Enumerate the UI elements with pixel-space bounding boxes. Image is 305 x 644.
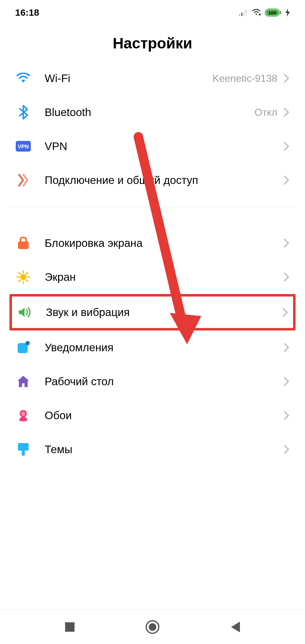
settings-row-themes[interactable]: Темы xyxy=(9,432,296,466)
chevron-right-icon xyxy=(284,175,289,185)
signal-icon xyxy=(239,9,248,16)
status-time: 16:18 xyxy=(15,7,39,18)
svg-point-12 xyxy=(20,274,26,280)
svg-rect-28 xyxy=(65,622,75,632)
row-label: Рабочий стол xyxy=(45,375,284,388)
svg-point-4 xyxy=(259,14,261,15)
settings-row-wifi[interactable]: Wi-Fi Keenetic-9138 xyxy=(9,61,296,95)
chevron-right-icon xyxy=(284,272,289,282)
row-value: Keenetic-9138 xyxy=(213,73,277,84)
lock-icon xyxy=(16,236,31,251)
nav-home-button[interactable] xyxy=(145,619,160,635)
status-bar: 16:18 100 xyxy=(0,0,305,22)
chevron-right-icon xyxy=(284,377,289,386)
page-title: Настройки xyxy=(0,22,305,61)
settings-group-2: Блокировка экрана Экран xyxy=(0,226,305,466)
tethering-icon xyxy=(16,173,31,188)
settings-row-vpn[interactable]: VPN VPN xyxy=(9,129,296,163)
chevron-right-icon xyxy=(284,238,289,248)
notifications-icon xyxy=(16,340,31,355)
row-label: Уведомления xyxy=(45,341,284,354)
svg-line-17 xyxy=(19,273,20,274)
bluetooth-icon xyxy=(16,105,31,120)
settings-row-homescreen[interactable]: Рабочий стол xyxy=(9,364,296,398)
settings-row-lockscreen[interactable]: Блокировка экрана xyxy=(9,226,296,260)
nav-back-button[interactable] xyxy=(227,619,243,635)
svg-rect-11 xyxy=(18,242,29,249)
wifi-status-icon xyxy=(252,9,261,16)
themes-icon xyxy=(16,442,31,457)
chevron-right-icon xyxy=(284,142,289,151)
svg-line-18 xyxy=(26,280,28,281)
settings-row-notifications[interactable]: Уведомления xyxy=(9,330,296,364)
svg-rect-24 xyxy=(18,443,29,451)
settings-row-wallpaper[interactable]: Обои xyxy=(9,398,296,432)
svg-rect-3 xyxy=(246,9,247,16)
row-label: Bluetooth xyxy=(45,106,254,119)
row-label: Экран xyxy=(45,271,284,283)
home-icon xyxy=(16,374,31,389)
svg-rect-0 xyxy=(239,14,240,16)
row-label: Wi-Fi xyxy=(45,72,213,85)
row-label: Подключение и общий доступ xyxy=(45,174,284,186)
chevron-right-icon xyxy=(284,108,289,117)
sound-icon xyxy=(17,305,32,320)
chevron-right-icon xyxy=(282,308,288,317)
svg-rect-1 xyxy=(241,13,242,16)
svg-point-23 xyxy=(21,412,25,416)
brightness-icon xyxy=(16,269,31,285)
section-divider xyxy=(9,207,296,207)
battery-icon: 100 xyxy=(265,8,282,17)
svg-rect-2 xyxy=(243,11,245,16)
nav-recents-button[interactable] xyxy=(62,619,78,635)
wifi-icon xyxy=(16,71,31,86)
row-label: Темы xyxy=(45,443,284,456)
settings-row-bluetooth[interactable]: Bluetooth Откл xyxy=(9,95,296,129)
status-icons: 100 xyxy=(239,8,290,17)
row-label: Блокировка экрана xyxy=(45,237,284,249)
svg-rect-8 xyxy=(280,11,281,14)
settings-row-tethering[interactable]: Подключение и общий доступ xyxy=(9,163,296,197)
svg-text:100: 100 xyxy=(268,10,276,15)
settings-group-1: Wi-Fi Keenetic-9138 Bluetooth Откл VPN V… xyxy=(0,61,305,197)
svg-line-20 xyxy=(26,273,28,274)
row-label: Обои xyxy=(45,409,284,422)
charging-icon xyxy=(286,8,290,17)
svg-marker-31 xyxy=(231,622,240,632)
vpn-icon: VPN xyxy=(16,139,31,154)
svg-rect-25 xyxy=(22,451,25,456)
chevron-right-icon xyxy=(284,343,289,352)
chevron-right-icon xyxy=(284,411,289,420)
chevron-right-icon xyxy=(284,445,289,454)
row-value: Откл xyxy=(254,107,277,118)
settings-row-display[interactable]: Экран xyxy=(9,260,296,294)
svg-line-19 xyxy=(19,280,20,281)
svg-point-30 xyxy=(149,623,156,631)
chevron-right-icon xyxy=(284,74,289,83)
svg-text:VPN: VPN xyxy=(18,144,29,150)
settings-row-sound[interactable]: Звук и вибрация xyxy=(9,294,296,330)
nav-bar xyxy=(0,609,305,644)
row-label: Звук и вибрация xyxy=(46,306,282,319)
wallpaper-icon xyxy=(16,408,31,423)
row-label: VPN xyxy=(45,140,284,153)
